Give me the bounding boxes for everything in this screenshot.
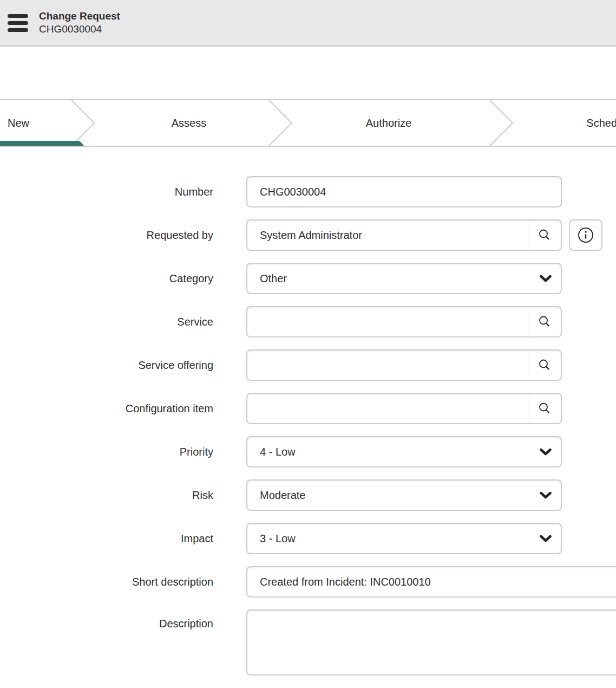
risk-selected-value: Moderate bbox=[247, 489, 306, 502]
hamburger-icon bbox=[8, 14, 28, 18]
field-label-priority: Priority bbox=[0, 446, 213, 458]
priority-select[interactable]: 4 - Low bbox=[246, 436, 562, 468]
search-icon bbox=[538, 228, 552, 242]
record-number: CHG0030004 bbox=[39, 23, 120, 36]
form-row-category: CategoryOther bbox=[0, 263, 616, 294]
risk-select[interactable]: Moderate bbox=[246, 479, 562, 511]
form-row-priority: Priority4 - Low bbox=[0, 436, 616, 468]
change-request-form: NumberCHG0030004Requested bySystem Admin… bbox=[0, 147, 616, 676]
stage-tab-new[interactable]: New bbox=[8, 117, 29, 129]
stage-tab-authorize[interactable]: Authorize bbox=[366, 117, 412, 129]
field-control-number: CHG0030004 bbox=[246, 176, 562, 207]
field-control-risk: Moderate bbox=[246, 479, 562, 511]
field-label-configuration-item: Configuration item bbox=[0, 403, 213, 415]
category-select[interactable]: Other bbox=[246, 263, 562, 294]
search-icon bbox=[538, 315, 552, 329]
stage-bar: NewAssessAuthorizeSchedule bbox=[0, 99, 616, 147]
field-control-category: Other bbox=[246, 263, 562, 294]
stage-separator-chevron bbox=[489, 100, 514, 146]
header-titles: Change Request CHG0030004 bbox=[39, 10, 120, 36]
category-selected-value: Other bbox=[247, 272, 287, 285]
description-textarea[interactable] bbox=[246, 609, 616, 676]
service-offering-search-button[interactable] bbox=[528, 351, 561, 380]
field-label-impact: Impact bbox=[0, 533, 213, 545]
form-row-service-offering: Service offering bbox=[0, 349, 616, 381]
service-search-button[interactable] bbox=[528, 307, 561, 336]
field-control-requested-by: System Administrator bbox=[246, 219, 602, 251]
search-icon bbox=[538, 401, 552, 416]
field-label-category: Category bbox=[0, 272, 213, 285]
field-label-number: Number bbox=[0, 186, 213, 198]
field-control-description bbox=[246, 609, 616, 676]
service-reference-input[interactable] bbox=[246, 306, 562, 337]
form-row-configuration-item: Configuration item bbox=[0, 393, 616, 424]
field-control-service-offering bbox=[246, 349, 562, 381]
form-row-service: Service bbox=[0, 306, 616, 337]
chevron-down-icon bbox=[540, 535, 552, 542]
requested-by-info-button[interactable] bbox=[569, 219, 602, 251]
field-control-short-description: Created from Incident: INC0010010 bbox=[246, 566, 616, 598]
search-icon bbox=[538, 358, 552, 372]
number-input[interactable]: CHG0030004 bbox=[246, 176, 562, 207]
field-label-service: Service bbox=[0, 316, 213, 328]
field-label-short-description: Short description bbox=[0, 576, 213, 588]
impact-selected-value: 3 - Low bbox=[247, 533, 296, 545]
short-description-value: Created from Incident: INC0010010 bbox=[247, 576, 431, 588]
field-label-service-offering: Service offering bbox=[0, 359, 213, 372]
configuration-item-search-button[interactable] bbox=[528, 394, 561, 423]
stage-separator-chevron bbox=[268, 100, 293, 146]
requested-by-value: System Administrator bbox=[247, 229, 362, 242]
form-row-risk: RiskModerate bbox=[0, 479, 616, 511]
stage-tab-schedule[interactable]: Schedule bbox=[586, 117, 616, 129]
field-control-service bbox=[246, 306, 562, 337]
form-row-impact: Impact3 - Low bbox=[0, 523, 616, 554]
header-gap bbox=[0, 47, 616, 99]
field-control-configuration-item bbox=[246, 393, 562, 424]
form-row-description: Description bbox=[0, 609, 616, 676]
form-row-requested-by: Requested bySystem Administrator bbox=[0, 219, 616, 251]
requested-by-search-button[interactable] bbox=[528, 220, 561, 250]
field-control-priority: 4 - Low bbox=[246, 436, 562, 468]
stage-tab-assess[interactable]: Assess bbox=[172, 117, 206, 129]
service-offering-reference-input[interactable] bbox=[246, 349, 562, 381]
active-stage-underline bbox=[0, 141, 84, 146]
impact-select[interactable]: 3 - Low bbox=[246, 523, 562, 554]
configuration-item-reference-input[interactable] bbox=[246, 393, 562, 424]
requested-by-reference-input[interactable]: System Administrator bbox=[246, 219, 562, 251]
app-header: Change Request CHG0030004 bbox=[0, 0, 616, 47]
chevron-down-icon bbox=[540, 492, 552, 499]
chevron-down-icon bbox=[540, 449, 552, 456]
form-row-number: NumberCHG0030004 bbox=[0, 176, 616, 207]
form-row-short-description: Short descriptionCreated from Incident: … bbox=[0, 566, 616, 598]
field-control-impact: 3 - Low bbox=[246, 523, 562, 554]
field-label-description: Description bbox=[0, 609, 213, 630]
page-title: Change Request bbox=[39, 10, 120, 23]
short-description-input[interactable]: Created from Incident: INC0010010 bbox=[246, 566, 616, 598]
stage-separator-chevron bbox=[70, 100, 95, 146]
field-label-requested-by: Requested by bbox=[0, 229, 213, 242]
chevron-down-icon bbox=[540, 275, 552, 282]
number-value: CHG0030004 bbox=[247, 186, 326, 198]
priority-selected-value: 4 - Low bbox=[247, 446, 296, 458]
menu-button[interactable] bbox=[8, 14, 28, 32]
info-icon bbox=[577, 226, 594, 244]
field-label-risk: Risk bbox=[0, 489, 213, 502]
